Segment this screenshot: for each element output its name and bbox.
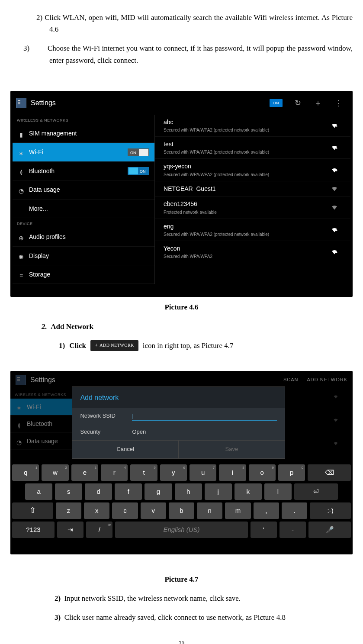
- bluetooth-icon: ≬: [18, 167, 25, 174]
- key-m[interactable]: m: [225, 502, 251, 519]
- key-enter[interactable]: ⏎: [294, 483, 338, 500]
- data-usage-icon: ◔: [16, 438, 22, 444]
- svg-rect-0: [336, 126, 337, 128]
- key-y[interactable]: y6: [160, 464, 187, 481]
- dialog-title: Add network: [72, 387, 284, 409]
- wifi-network-item[interactable]: engSecured with WPA/WPA2 (protected netw…: [155, 219, 350, 241]
- key-p[interactable]: p0: [278, 464, 305, 481]
- key-z[interactable]: z: [56, 502, 81, 519]
- key-period[interactable]: .: [282, 502, 307, 519]
- key-l[interactable]: l: [264, 483, 292, 500]
- wifi-network-item[interactable]: NETGEAR_Guest1: [155, 181, 350, 196]
- security-label: Security: [80, 428, 132, 437]
- wifi-signal-icon: [331, 185, 337, 192]
- wireless-networks-header: WIRELESS & NETWORKS: [13, 115, 154, 124]
- settings-title: Settings: [30, 374, 55, 386]
- wifi-network-list: abcSecured with WPA/WPA2 (protected netw…: [154, 115, 350, 284]
- network-name: abc: [164, 117, 331, 127]
- device-header: DEVICE: [13, 218, 154, 228]
- network-name: test: [164, 139, 331, 149]
- sidebar-item-data-usage[interactable]: ◔ Data usage: [13, 180, 154, 199]
- key-backspace[interactable]: ⌫: [308, 464, 351, 481]
- network-subtext: Secured with WPA/WPA2 (protected network…: [164, 127, 331, 134]
- sidebar-item-bluetooth[interactable]: ≬ Bluetooth ON: [13, 162, 154, 180]
- save-button[interactable]: Save: [178, 441, 285, 458]
- key-mic[interactable]: 🎤: [308, 522, 351, 538]
- key-dash[interactable]: -: [279, 522, 306, 538]
- svg-rect-4: [336, 253, 337, 255]
- key-d[interactable]: d: [85, 483, 112, 500]
- sidebar-item-audio[interactable]: ⊕ Audio profiles: [13, 228, 154, 246]
- page-number: 20: [10, 639, 353, 644]
- key-apostrophe[interactable]: ': [251, 522, 277, 538]
- key-shift[interactable]: ⇧: [12, 502, 53, 519]
- sidebar: WIRELESS & NETWORKS ▮ SIM management ✶ W…: [13, 115, 154, 284]
- key-s[interactable]: s: [55, 483, 82, 500]
- key-tab[interactable]: ⇥: [57, 522, 84, 538]
- ssid-input[interactable]: |: [132, 412, 276, 421]
- key-j[interactable]: j: [205, 483, 232, 500]
- add-network-action[interactable]: ADD NETWORK: [307, 376, 348, 384]
- screenshot-add-network: Settings SCAN ADD NETWORK WIRELESS & NET…: [10, 371, 353, 554]
- settings-title: Settings: [31, 97, 56, 109]
- display-icon: ✺: [18, 252, 25, 259]
- key-u[interactable]: u7: [190, 464, 216, 481]
- key-r[interactable]: r4: [101, 464, 128, 481]
- add-icon[interactable]: ＋: [310, 97, 326, 109]
- bluetooth-toggle[interactable]: ON: [128, 167, 149, 175]
- key-i[interactable]: i8: [219, 464, 246, 481]
- on-screen-keyboard[interactable]: q1 w2 e3 r4 t5 y6 u7 i8 o9 p0 ⌫ a s d f …: [10, 461, 353, 542]
- key-v[interactable]: v: [141, 502, 166, 519]
- sidebar-item-more[interactable]: More...: [13, 200, 154, 218]
- step-3-connect-saved: 3) Click user name already saved, click …: [67, 612, 353, 623]
- key-space[interactable]: English (US): [115, 522, 247, 538]
- key-q[interactable]: q1: [12, 464, 39, 481]
- cancel-button[interactable]: Cancel: [72, 441, 178, 458]
- settings-icon: [16, 375, 26, 385]
- caption-4-6: Picture 4.6: [10, 301, 353, 313]
- wifi-network-item[interactable]: abcSecured with WPA/WPA2 (protected netw…: [155, 115, 350, 137]
- key-b[interactable]: b: [169, 502, 194, 519]
- key-h[interactable]: h: [175, 483, 202, 500]
- refresh-icon[interactable]: ↻: [290, 97, 305, 109]
- key-slash[interactable]: /@: [86, 522, 112, 538]
- key-symbols[interactable]: ?123: [12, 522, 55, 538]
- wifi-signal-icon: [331, 248, 337, 255]
- sidebar-item-wifi[interactable]: ✶ Wi-Fi ON: [13, 143, 154, 161]
- step-2-text: 2) Click WLAN, open wifi, MID will autom…: [49, 12, 353, 35]
- key-a[interactable]: a: [25, 483, 52, 500]
- scan-action[interactable]: SCAN: [283, 376, 299, 384]
- key-c[interactable]: c: [112, 502, 138, 519]
- wifi-signal-icon: [331, 226, 337, 233]
- key-k[interactable]: k: [235, 483, 262, 500]
- step3-num: 3): [36, 42, 48, 54]
- svg-rect-1: [336, 149, 337, 151]
- wifi-signal-icon: [331, 122, 337, 129]
- key-emoji[interactable]: :-): [310, 502, 351, 519]
- sidebar-item-display[interactable]: ✺ Display: [13, 247, 154, 265]
- menu-icon[interactable]: ⋮: [331, 97, 347, 109]
- key-e[interactable]: e3: [71, 464, 98, 481]
- wifi-icon: ✶: [16, 403, 22, 410]
- wifi-network-item[interactable]: eben123456Protected network available: [155, 196, 350, 219]
- key-f[interactable]: f: [115, 483, 142, 500]
- key-o[interactable]: o9: [249, 464, 276, 481]
- ssid-label: Network SSID: [80, 412, 132, 421]
- on-pill[interactable]: ON: [270, 99, 283, 107]
- network-name: yqs-yecon: [164, 161, 331, 171]
- svg-rect-3: [336, 231, 337, 232]
- key-g[interactable]: g: [145, 483, 172, 500]
- wifi-network-item[interactable]: YeconSecured with WPA/WPA2: [155, 241, 350, 263]
- key-x[interactable]: x: [84, 502, 109, 519]
- key-t[interactable]: t5: [130, 464, 157, 481]
- sidebar-item-sim[interactable]: ▮ SIM management: [13, 124, 154, 143]
- key-comma[interactable]: ,: [254, 502, 279, 519]
- key-n[interactable]: n: [197, 502, 222, 519]
- title-bar: Settings ON ↻ ＋ ⋮: [13, 96, 350, 115]
- security-value[interactable]: Open: [132, 428, 146, 437]
- key-w[interactable]: w2: [42, 464, 68, 481]
- wifi-network-item[interactable]: testSecured with WPA/WPA2 (protected net…: [155, 137, 350, 159]
- wifi-toggle[interactable]: ON: [128, 148, 149, 156]
- wifi-network-item[interactable]: yqs-yeconSecured with WPA/WPA2 (protecte…: [155, 159, 350, 181]
- sidebar-item-storage[interactable]: ≡ Storage: [13, 265, 154, 284]
